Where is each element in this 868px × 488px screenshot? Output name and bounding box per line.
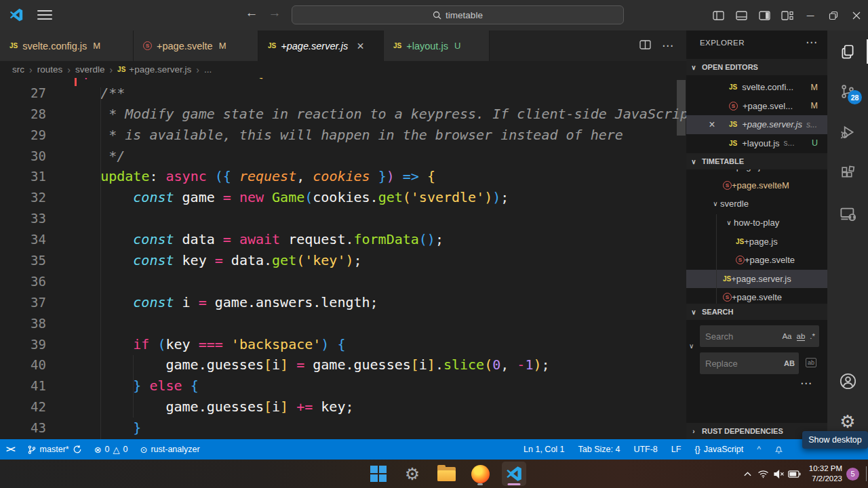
js-file-icon: JS	[729, 140, 737, 147]
tab-+layout.js[interactable]: JS+layout.jsU	[384, 30, 490, 61]
tray-chevron-up-icon[interactable]	[740, 470, 755, 478]
tab-+page.server.js[interactable]: JS+page.server.js×	[258, 30, 384, 61]
volume-muted-icon[interactable]	[771, 470, 787, 479]
code-line[interactable]: 42 game.guesses[i] += key;	[0, 396, 686, 418]
problems-item[interactable]: ⊗ 0 △ 0	[88, 439, 134, 460]
tree-file[interactable]: JS+page.js	[686, 232, 827, 251]
account-icon[interactable]	[827, 366, 868, 396]
breadcrumb-item[interactable]: ...	[204, 64, 212, 75]
code-line[interactable]: 37 const i = game.answers.length;	[0, 292, 686, 313]
open-editor-item[interactable]: JS+layout.jss...U	[686, 134, 827, 153]
tree-file[interactable]: S+page.svelte	[686, 288, 827, 304]
open-editor-item[interactable]: ×JS+page.server.jss...	[686, 115, 827, 134]
show-desktop-edge[interactable]	[866, 466, 867, 481]
code-editor[interactable]: 26export const actions = {27 /**28 * Mod…	[0, 78, 686, 439]
customize-layout-icon[interactable]	[776, 0, 799, 30]
code-line[interactable]: 32 const game = new Game(cookies.get('sv…	[0, 187, 686, 208]
explorer-more-actions-icon[interactable]: ⋯	[806, 35, 818, 49]
notification-count-badge[interactable]: 5	[846, 468, 859, 481]
tree-file[interactable]: JS+page.server.js	[686, 270, 827, 289]
git-branch-item[interactable]: master*	[21, 439, 88, 460]
tree-file[interactable]: JS+page.js	[686, 169, 827, 176]
section-open-editors[interactable]: ∨ OPEN EDITORS	[686, 59, 827, 75]
notifications-bell-icon[interactable]	[768, 439, 789, 460]
language-mode[interactable]: {} JavaScript	[688, 439, 749, 460]
code-line[interactable]: 26export const actions = {	[0, 78, 686, 83]
firefox-icon[interactable]	[468, 462, 492, 486]
breadcrumb-item[interactable]: routes	[37, 64, 63, 75]
remote-explorer-icon[interactable]	[827, 199, 868, 228]
section-timetable[interactable]: ∨ TIMETABLE	[686, 153, 827, 169]
forward-arrow-icon[interactable]: →	[266, 5, 283, 20]
close-icon[interactable]: ×	[357, 40, 364, 52]
rust-analyzer-item[interactable]: ⊙ rust-analyzer	[134, 439, 206, 460]
code-line[interactable]: 39 if (key === 'backspace') {	[0, 334, 686, 355]
explorer-view-icon[interactable]	[827, 37, 868, 67]
extensions-icon[interactable]	[827, 158, 868, 188]
tree-file[interactable]: S+page.svelteM	[686, 176, 827, 195]
replace-input[interactable]: Replace AB	[700, 352, 799, 374]
source-control-badge: 28	[848, 90, 862, 104]
tray-clock[interactable]: 10:32 PM 7/2/2023	[809, 464, 842, 484]
tree-folder[interactable]: ∨sverdle	[686, 195, 827, 214]
match-case-icon[interactable]: Aa	[782, 332, 791, 340]
breadcrumb-item[interactable]: sverdle	[75, 64, 105, 75]
source-control-icon[interactable]	[827, 77, 868, 106]
remote-indicator-icon[interactable]: ><	[0, 439, 21, 460]
code-line[interactable]: 28 * Modify game state in reaction to a …	[0, 104, 686, 125]
command-center-search[interactable]: timetable	[292, 5, 624, 24]
eol[interactable]: LF	[665, 439, 688, 460]
minimize-button[interactable]: ─	[799, 0, 822, 30]
toggle-replace-icon[interactable]: ∨	[689, 342, 694, 350]
whole-word-icon[interactable]: ab	[797, 332, 806, 341]
run-debug-icon[interactable]	[827, 117, 868, 147]
open-editor-item[interactable]: S+page.svel...M	[686, 97, 827, 116]
breadcrumb-item[interactable]: JS+page.server.js	[117, 64, 191, 75]
restore-button[interactable]	[822, 0, 845, 30]
open-editor-item[interactable]: JSsvelte.confi...M	[686, 78, 827, 97]
code-line[interactable]: 34 const data = await request.formData()…	[0, 229, 686, 250]
cursor-position[interactable]: Ln 1, Col 1	[517, 439, 570, 460]
code-line[interactable]: 36	[0, 271, 686, 292]
tab-svelte.config.js[interactable]: JSsvelte.config.jsM	[0, 30, 134, 61]
editor-more-actions-icon[interactable]: ⋯	[662, 39, 674, 53]
preserve-case-icon[interactable]: AB	[784, 359, 795, 367]
search-more-actions-icon[interactable]: ⋯	[800, 376, 812, 390]
editor-scrollbar[interactable]	[677, 80, 686, 136]
toggle-panel-icon[interactable]	[730, 0, 753, 30]
code-line[interactable]: 35 const key = data.get('key');	[0, 250, 686, 271]
code-line[interactable]: 27 /**	[0, 83, 686, 104]
code-line[interactable]: 43 }	[0, 418, 686, 439]
start-button[interactable]	[366, 462, 391, 486]
menu-icon[interactable]	[37, 10, 52, 20]
code-line[interactable]: 30 */	[0, 146, 686, 167]
wifi-icon[interactable]	[755, 470, 771, 479]
tree-file[interactable]: S+page.svelte	[686, 251, 827, 270]
feedback-icon[interactable]: ^	[751, 439, 767, 460]
close-window-button[interactable]	[845, 0, 868, 30]
file-explorer-icon[interactable]	[434, 462, 458, 486]
close-icon[interactable]: ×	[707, 119, 717, 131]
breadcrumb-item[interactable]: src	[12, 64, 24, 75]
taskbar-vscode-icon[interactable]	[502, 462, 526, 486]
code-line[interactable]: 33	[0, 208, 686, 229]
code-line[interactable]: 38	[0, 313, 686, 334]
regex-icon[interactable]: .*	[810, 332, 815, 340]
tab-size[interactable]: Tab Size: 4	[572, 439, 627, 460]
code-line[interactable]: 29 * is available, this will happen in t…	[0, 125, 686, 146]
split-editor-icon[interactable]	[639, 39, 651, 53]
tab-+page.svelte[interactable]: S+page.svelteM	[134, 30, 258, 61]
battery-icon[interactable]	[787, 470, 802, 478]
back-arrow-icon[interactable]: ←	[243, 5, 260, 20]
search-input[interactable]: Search Aa ab .*	[700, 325, 819, 347]
encoding[interactable]: UTF-8	[627, 439, 663, 460]
section-search[interactable]: ∨ SEARCH	[686, 304, 827, 320]
taskbar-settings-icon[interactable]: ⚙	[400, 462, 425, 486]
code-line[interactable]: 31 update: async ({ request, cookies }) …	[0, 166, 686, 187]
code-line[interactable]: 40 game.guesses[i] = game.guesses[i].sli…	[0, 354, 686, 375]
replace-all-icon[interactable]: ab	[806, 358, 816, 367]
tree-folder[interactable]: ∨how-to-play	[686, 214, 827, 232]
toggle-secondary-sidebar-icon[interactable]	[753, 0, 776, 30]
toggle-primary-sidebar-icon[interactable]	[707, 0, 730, 30]
code-line[interactable]: 41 } else {	[0, 375, 686, 396]
